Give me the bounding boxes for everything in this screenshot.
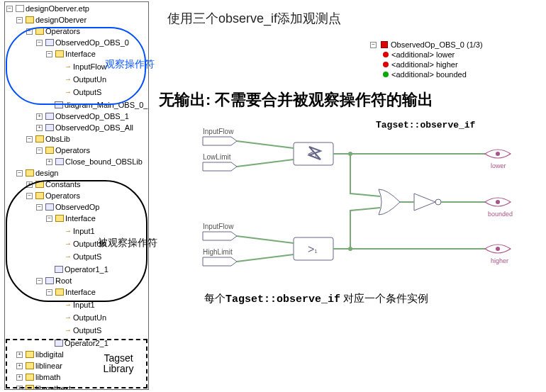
legend-root-label: ObservedOp_OBS_0 (1/3) (391, 40, 483, 50)
tree-item[interactable]: − Operators (26, 26, 80, 36)
tree-item[interactable]: +ObservedOp_OBS_1 (36, 111, 129, 121)
tree-label: Input1 (73, 226, 95, 236)
tree-item[interactable]: − Operators (26, 191, 80, 201)
svg-point-17 (496, 200, 500, 204)
port-highlimit: HighLimit (203, 248, 233, 256)
heading-add-observe-points: 使用三个observe_if添加观测点 (167, 10, 341, 27)
or-gate (379, 189, 400, 215)
tree-item[interactable]: − Interface (46, 287, 96, 297)
tree-item[interactable]: − ObservedOp_OBS_0 (36, 38, 129, 47)
folder-icon (45, 147, 54, 154)
tree-label: Operator1_1 (65, 264, 108, 274)
tree-item[interactable]: − ObservedOp (36, 202, 99, 212)
input-arrow-icon: → (65, 63, 72, 70)
tree-label: ObsLib (45, 134, 70, 144)
folder-icon (35, 181, 44, 188)
collapse-icon[interactable]: − (46, 215, 52, 222)
operator-icon (45, 124, 54, 131)
tree-item[interactable]: − designOberver (16, 15, 87, 25)
collapse-icon[interactable]: − (36, 40, 43, 46)
collapse-icon[interactable]: − (46, 51, 52, 57)
tree-label: Interface (65, 49, 96, 59)
svg-marker-1 (203, 162, 237, 171)
expand-icon[interactable]: + (16, 352, 23, 358)
operator-icon (45, 203, 54, 211)
expand-icon[interactable]: + (46, 159, 52, 165)
tree-item[interactable]: +libmath (16, 372, 60, 382)
collapse-icon[interactable]: − (26, 193, 33, 199)
collapse-icon[interactable]: − (16, 170, 23, 177)
tree-leaf[interactable]: Operator2_1 (46, 338, 108, 348)
tree-leaf[interactable]: diagram_Main_OBS_0_1 (46, 100, 149, 110)
operator-icon (45, 277, 54, 284)
collapse-icon[interactable]: − (36, 204, 43, 211)
tree-label: libdigital (35, 349, 64, 359)
tree-leaf[interactable]: Operator1_1 (46, 264, 108, 274)
port-inputflow-2: InputFlow (203, 223, 234, 230)
tree-leaf[interactable]: →OutputUn (56, 313, 106, 323)
tree-leaf[interactable]: →OutputS (56, 87, 101, 97)
folder-icon (26, 374, 34, 381)
expand-icon[interactable]: + (36, 125, 43, 131)
tree-leaf[interactable]: →OutputS (56, 252, 101, 262)
caption-each-tagset: 每个Tagset::observe_if 对应一个条件实例 (204, 292, 428, 306)
collapse-icon[interactable]: − (36, 147, 43, 154)
tree-item[interactable]: +liblinear (16, 361, 62, 371)
expand-icon[interactable]: + (16, 374, 23, 381)
folder-icon (55, 50, 64, 57)
tree-item[interactable]: − Operators (36, 145, 90, 155)
tree-label: OutputS (73, 87, 101, 97)
tree-item[interactable]: − design (16, 168, 58, 178)
collapse-icon[interactable]: − (16, 17, 23, 23)
legend-higher-label: <additional> higher (391, 60, 458, 69)
tree-root[interactable]: − designOberver.etp (6, 4, 89, 13)
tree-item[interactable]: +ObservedOp_OBS_All (36, 123, 133, 133)
eye-icon-higher: higher (485, 245, 511, 264)
legend-lower-label: <additional> lower (391, 50, 455, 60)
tree-label: OutputUn (73, 313, 106, 323)
tree-leaf[interactable]: →OutputS (56, 325, 101, 335)
tree-item[interactable]: +Close_bound_OBSLib (46, 157, 143, 167)
legend-bounded-label: <additional> bounded (391, 69, 467, 79)
tree-item[interactable]: − Interface (46, 213, 96, 223)
annotation-observed-op-label: 被观察操作符 (98, 237, 157, 250)
tree-label: Operators (45, 26, 80, 36)
collapse-icon[interactable]: − (36, 278, 43, 284)
svg-marker-11 (414, 194, 435, 211)
expand-icon[interactable]: + (26, 181, 33, 188)
heading-no-output: 无输出: 不需要合并被观察操作符的输出 (159, 89, 433, 111)
operator-icon (55, 158, 64, 165)
collapse-icon[interactable]: − (46, 289, 52, 296)
tree-leaf[interactable]: →Input1 (56, 300, 95, 310)
tree-leaf[interactable]: →OutputUn (56, 74, 106, 84)
expand-icon[interactable]: + (16, 386, 23, 391)
tree-item[interactable]: − Interface (46, 49, 96, 59)
tree-item[interactable]: +libmathext (16, 383, 71, 390)
collapse-icon[interactable]: − (26, 136, 33, 142)
eye-icon-lower: lower (485, 150, 511, 169)
diagram-icon (55, 101, 63, 108)
collapse-icon[interactable]: − (26, 28, 33, 35)
tree-label: liblinear (35, 361, 62, 371)
tree-item[interactable]: +Constants (26, 179, 81, 189)
explanation-panel: 使用三个observe_if添加观测点 −ObservedOp_OBS_0 (1… (159, 0, 542, 392)
tree-leaf[interactable]: →Input1 (56, 226, 95, 236)
tree-label: ObservedOp (55, 202, 99, 212)
tree-leaf[interactable]: →InputFlow (56, 62, 107, 72)
port-inputflow-1: InputFlow (203, 128, 234, 135)
tree-label: OutputS (73, 252, 101, 262)
tree-item[interactable]: +libdigital (16, 349, 64, 359)
svg-text:higher: higher (491, 257, 508, 264)
tree-item[interactable]: − ObsLib (26, 134, 70, 144)
tree-label: Constants (45, 179, 81, 189)
tree-item[interactable]: − Root (36, 276, 72, 286)
tree-label: Root (55, 276, 72, 286)
tree-label: Interface (65, 287, 96, 297)
tree-label: libmathext (35, 383, 71, 390)
collapse-icon[interactable]: − (6, 6, 13, 12)
folder-icon (55, 289, 64, 296)
expand-icon[interactable]: + (36, 113, 43, 120)
tree-label: design (35, 168, 58, 178)
svg-point-13 (348, 152, 352, 156)
expand-icon[interactable]: + (16, 363, 23, 369)
